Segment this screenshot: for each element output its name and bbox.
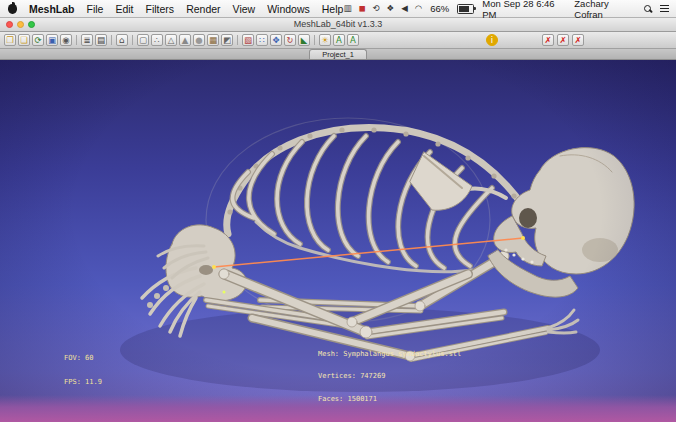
open-project-icon-glyph: ❐: [6, 36, 14, 45]
save-mesh-icon-glyph: ▣: [48, 36, 56, 45]
menu-user-name[interactable]: Zachary Cofran: [574, 0, 636, 20]
obturator-foramen: [199, 265, 213, 275]
menu-edit[interactable]: Edit: [115, 3, 133, 15]
delete-all-icon-glyph: ✗: [574, 36, 581, 45]
lighting-toggle-icon-glyph: ☀: [321, 36, 329, 45]
gl-viewport[interactable]: FOV: 60 FPS: 11.9 Mesh: Symphalangus syn…: [0, 60, 676, 422]
flat-shading-icon-glyph: ▲: [182, 36, 189, 45]
project-tab-bar: Project_1: [0, 49, 676, 60]
bounding-box-icon-glyph: ▢: [139, 36, 147, 45]
rotate-tool-icon[interactable]: ↻: [284, 34, 296, 46]
menu-view[interactable]: View: [233, 3, 256, 15]
texture-parametrization-icon[interactable]: A: [347, 34, 359, 46]
toolbar-info: i: [486, 34, 498, 46]
smooth-shading-icon[interactable]: ●: [193, 34, 205, 46]
toolbar-separator: [76, 35, 77, 45]
flat-shading-icon[interactable]: ▲: [179, 34, 191, 46]
toolbar-separator: [314, 35, 315, 45]
translate-tool-icon[interactable]: ✥: [270, 34, 282, 46]
open-project-icon[interactable]: ❐: [4, 34, 16, 46]
select-vertices-icon[interactable]: ∷: [256, 34, 268, 46]
wireframe-mode-icon-glyph: △: [168, 36, 175, 45]
open-mesh-icon-glyph: ❏: [20, 36, 28, 45]
menu-filters[interactable]: Filters: [146, 3, 175, 15]
notification-center-icon[interactable]: [660, 4, 668, 13]
project-tab[interactable]: Project_1: [309, 49, 367, 59]
menu-windows[interactable]: Windows: [267, 3, 310, 15]
points-mode-icon[interactable]: ∴: [151, 34, 163, 46]
meshlab-window: MeshLab_64bit v1.3.3 ❐❏⟳▣◉≣▤⌂▢∴△▲●▦◩▧∷✥↻…: [0, 17, 676, 422]
menu-right: ▥◼⟲❖◀◠ 66% Mon Sep 28 6:46 PM Zachary Co…: [343, 0, 668, 20]
bluetooth-icon[interactable]: ❖: [387, 4, 395, 13]
zoom-window-button[interactable]: [28, 21, 35, 28]
skull[interactable]: [488, 148, 634, 298]
bounding-box-icon[interactable]: ▢: [137, 34, 149, 46]
delete-raster-icon-glyph: ✗: [559, 36, 566, 45]
display-icon[interactable]: ▥: [343, 4, 351, 13]
home-view-icon[interactable]: ⌂: [116, 34, 128, 46]
mesh-info-faces: Faces: 1500171: [318, 396, 461, 404]
time-machine-icon[interactable]: ⟲: [372, 4, 379, 13]
raster-layers-icon[interactable]: ▤: [95, 34, 107, 46]
mesh-info: Mesh: Symphalangus syndactylus.stl Verti…: [318, 336, 461, 419]
menu-help[interactable]: Help: [322, 3, 344, 15]
layer-info-icon-glyph: i: [491, 36, 493, 45]
delete-mesh-icon[interactable]: ✗: [542, 34, 554, 46]
quality-mapper-icon[interactable]: A: [333, 34, 345, 46]
delete-mesh-icon-glyph: ✗: [544, 36, 551, 45]
rotate-tool-icon-glyph: ↻: [286, 36, 293, 45]
macos-menu-bar: MeshLab FileEditFiltersRenderViewWindows…: [0, 0, 676, 18]
open-mesh-icon[interactable]: ❏: [18, 34, 30, 46]
spotlight-search-icon[interactable]: [644, 5, 652, 13]
save-mesh-icon[interactable]: ▣: [46, 34, 58, 46]
toolbar-separator: [132, 35, 133, 45]
select-faces-icon[interactable]: ▧: [242, 34, 254, 46]
backface-cull-icon[interactable]: ◩: [221, 34, 233, 46]
quality-mapper-icon-glyph: A: [336, 36, 342, 45]
scale-tool-icon-glyph: ◣: [301, 36, 308, 45]
close-window-button[interactable]: [6, 21, 13, 28]
select-faces-icon-glyph: ▧: [244, 36, 252, 45]
apple-menu-icon[interactable]: [8, 4, 17, 14]
points-mode-icon-glyph: ∴: [154, 36, 159, 45]
battery-icon[interactable]: [457, 4, 474, 14]
hud-fov: FOV: 60: [64, 354, 102, 362]
wifi-icon[interactable]: ◠: [415, 4, 422, 13]
viewport-hud: FOV: 60 FPS: 11.9: [64, 338, 102, 402]
traffic-lights: [6, 21, 35, 28]
smooth-shading-icon-glyph: ●: [195, 36, 202, 45]
battery-fill: [459, 6, 469, 12]
menu-render[interactable]: Render: [186, 3, 220, 15]
measure-endpoint-start[interactable]: [212, 265, 216, 269]
delete-raster-icon[interactable]: ✗: [557, 34, 569, 46]
menu-clock[interactable]: Mon Sep 28 6:46 PM: [482, 0, 566, 20]
toolbar-separator: [237, 35, 238, 45]
minimize-window-button[interactable]: [17, 21, 24, 28]
reload-mesh-icon[interactable]: ⟳: [32, 34, 44, 46]
volume-icon[interactable]: ◀: [401, 4, 408, 13]
window-title: MeshLab_64bit v1.3.3: [294, 19, 383, 29]
layers-dialog-icon-glyph: ≣: [83, 36, 90, 45]
save-snapshot-icon[interactable]: ◉: [60, 34, 72, 46]
texture-mode-icon[interactable]: ▦: [207, 34, 219, 46]
status-icons: ▥◼⟲❖◀◠: [343, 4, 422, 13]
layers-dialog-icon[interactable]: ≣: [81, 34, 93, 46]
keyboard-layout-icon[interactable]: ◼: [358, 4, 365, 13]
save-snapshot-icon-glyph: ◉: [62, 36, 69, 45]
menu-file[interactable]: File: [87, 3, 104, 15]
layer-info-icon[interactable]: i: [486, 34, 498, 46]
menu-left: MeshLab FileEditFiltersRenderViewWindows…: [8, 3, 343, 15]
texture-mode-icon-glyph: ▦: [209, 36, 217, 45]
toolbar: ❐❏⟳▣◉≣▤⌂▢∴△▲●▦◩▧∷✥↻◣☀AA i ✗✗✗: [0, 32, 676, 49]
menu-meshlab[interactable]: MeshLab: [29, 3, 75, 15]
measure-endpoint-end[interactable]: [521, 236, 525, 240]
select-vertices-icon-glyph: ∷: [259, 36, 264, 45]
raster-layers-icon-glyph: ▤: [97, 36, 105, 45]
wireframe-mode-icon[interactable]: △: [165, 34, 177, 46]
delete-all-icon[interactable]: ✗: [572, 34, 584, 46]
scale-tool-icon[interactable]: ◣: [298, 34, 310, 46]
pelvis[interactable]: [166, 225, 246, 301]
picked-point: [223, 291, 226, 294]
toolbar-separator: [111, 35, 112, 45]
lighting-toggle-icon[interactable]: ☀: [319, 34, 331, 46]
